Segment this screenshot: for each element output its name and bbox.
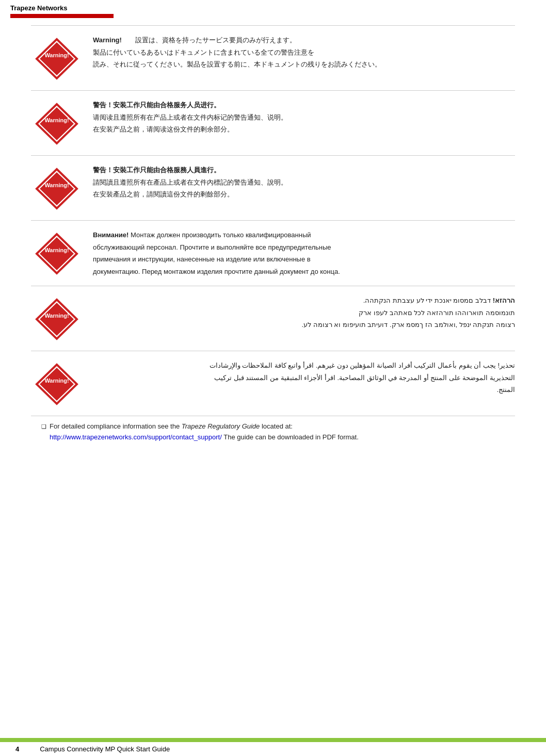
- header-bar: [10, 14, 114, 18]
- warning-text-zh-cn: 警告！安装工作只能由合格服务人员进行。 请阅读且遵照所有在产品上或者在文件内标记…: [93, 100, 515, 135]
- compliance-text-middle: located at:: [260, 422, 293, 430]
- svg-marker-4: [40, 107, 74, 140]
- warning-line: רצומה תנקתה ינפל ,ואולמב הז ךמסמ ארק. דו…: [93, 320, 515, 330]
- warning-line: المنتج.: [93, 385, 515, 395]
- warning-icon-wrap: Warning!: [31, 360, 83, 406]
- svg-text:Warning!: Warning!: [44, 182, 69, 188]
- warning-icon-wrap: Warning!: [31, 100, 83, 146]
- warning-icon-wrap: Warning!: [31, 295, 83, 341]
- warning-text-ru: Внимание! Монтаж должен производить толь…: [93, 230, 515, 276]
- footer-area: 4 Campus Connectivity MP Quick Start Gui…: [0, 738, 546, 756]
- svg-marker-10: [40, 237, 74, 270]
- compliance-book-title: Trapeze Regulatory Guide: [182, 422, 260, 430]
- warning-line: 読み、それに従ってください。製品を設置する前に、本ドキュメントの残りをお読みくだ…: [93, 59, 515, 70]
- compliance-text-after: The guide can be downloaded in PDF forma…: [222, 433, 359, 441]
- warning-block-ar: Warning! تحذير! يجب أن يقوم بأعمال الترك…: [31, 351, 515, 416]
- warning-icon-he: Warning!: [35, 298, 79, 341]
- warning-icon-wrap: Warning!: [31, 165, 83, 211]
- warning-block-zh-tw: Warning! 警告！安裝工作只能由合格服務人員進行。 請閱讀且遵照所有在產品…: [31, 155, 515, 220]
- warning-line: תונמוסמה תוארוההו תורהזאה לכל םאתהב לעפו…: [93, 308, 515, 318]
- footer-page-number: 4: [15, 745, 19, 753]
- warning-icon-zh-tw: Warning!: [35, 167, 79, 211]
- warning-icon-wrap: Warning!: [31, 230, 83, 276]
- page-header: Trapeze Networks: [0, 0, 546, 20]
- compliance-item: For detailed compliance information see …: [41, 421, 515, 443]
- warning-line: Внимание! Монтаж должен производить толь…: [93, 230, 515, 240]
- compliance-link[interactable]: http://www.trapezenetworks.com/support/c…: [50, 433, 222, 441]
- warning-line: 在安裝產品之前，請閱讀這份文件的剩餘部分。: [93, 189, 515, 200]
- compliance-text-before: For detailed compliance information see …: [50, 422, 182, 430]
- warning-block-ru: Warning! Внимание! Монтаж должен произво…: [31, 220, 515, 286]
- warning-icon-ja: Warning!: [35, 37, 79, 81]
- warning-text-ar: تحذير! يجب أن يقوم بأعمال التركيب أفراد …: [93, 360, 515, 395]
- compliance-section: For detailed compliance information see …: [31, 416, 515, 448]
- warning-line: הרהזא! דבלב םמסומ יאנכת ידי לע עצבתת הנק…: [93, 295, 515, 306]
- svg-text:Warning!: Warning!: [44, 377, 69, 384]
- svg-marker-1: [40, 42, 74, 75]
- footer-doc-title: Campus Connectivity MP Quick Start Guide: [40, 745, 170, 753]
- warning-block-ja: Warning! Warning! 設置は、資格を持ったサービス要員のみが行えま…: [31, 25, 515, 90]
- svg-text:Warning!: Warning!: [44, 117, 69, 123]
- svg-text:Warning!: Warning!: [44, 313, 69, 319]
- warning-text-zh-tw: 警告！安裝工作只能由合格服務人員進行。 請閱讀且遵照所有在產品上或者在文件內標記…: [93, 165, 515, 200]
- warning-line: 警告！安裝工作只能由合格服務人員進行。: [93, 165, 515, 175]
- warning-line: 請閱讀且遵照所有在產品上或者在文件內標記的警告通知、說明。: [93, 177, 515, 188]
- warning-line: 请阅读且遵照所有在产品上或者在文件内标记的警告通知、说明。: [93, 112, 515, 123]
- main-content: Warning! Warning! 設置は、資格を持ったサービス要員のみが行えま…: [0, 20, 546, 458]
- footer-bottom: 4 Campus Connectivity MP Quick Start Gui…: [0, 742, 546, 756]
- warning-line: التحذيرية الموضحة على المنتج أو المدرجة …: [93, 373, 515, 383]
- svg-marker-16: [40, 368, 74, 401]
- warning-line: 在安装产品之前，请阅读这份文件的剩余部分。: [93, 124, 515, 135]
- warning-icon-ar: Warning!: [35, 363, 79, 406]
- warning-line: примечания и инструкции, нанесенные на и…: [93, 254, 515, 265]
- warning-text-ja: Warning! 設置は、資格を持ったサービス要員のみが行えます。 製品に付いて…: [93, 35, 515, 70]
- warning-line: Warning! 設置は、資格を持ったサービス要員のみが行えます。: [93, 35, 515, 45]
- compliance-list: For detailed compliance information see …: [31, 421, 515, 443]
- warning-line: تحذير! يجب أن يقوم بأعمال التركيب أفراد …: [93, 360, 515, 371]
- footer-green-bar: [0, 738, 546, 742]
- warning-line: 警告！安装工作只能由合格服务人员进行。: [93, 100, 515, 110]
- svg-marker-7: [40, 172, 74, 205]
- warning-icon-zh-cn: Warning!: [35, 102, 79, 146]
- warning-block-he: Warning! הרהזא! דבלב םמסומ יאנכת ידי לע …: [31, 286, 515, 351]
- warning-icon-wrap: Warning!: [31, 35, 83, 81]
- warning-text-he: הרהזא! דבלב םמסומ יאנכת ידי לע עצבתת הנק…: [93, 295, 515, 330]
- company-name: Trapeze Networks: [10, 4, 536, 12]
- svg-text:Warning!: Warning!: [44, 247, 69, 253]
- warning-icon-ru: Warning!: [35, 232, 79, 276]
- svg-text:Warning!: Warning!: [44, 52, 69, 58]
- svg-marker-13: [40, 303, 74, 336]
- warning-line: обслуживающий персонал. Прочтите и выпол…: [93, 242, 515, 253]
- warning-line: документацию. Перед монтажом изделия про…: [93, 267, 515, 277]
- warning-block-zh-cn: Warning! 警告！安装工作只能由合格服务人员进行。 请阅读且遵照所有在产品…: [31, 90, 515, 155]
- warning-line: 製品に付いているあるいはドキュメントに含まれている全ての警告注意を: [93, 47, 515, 58]
